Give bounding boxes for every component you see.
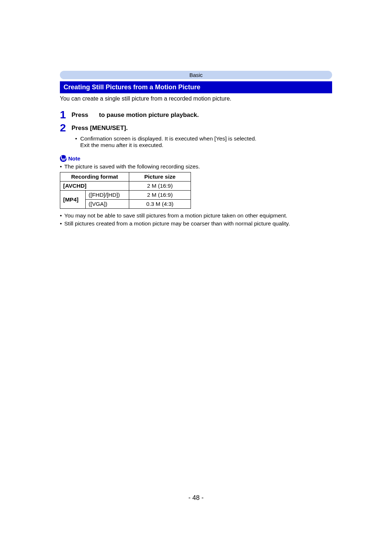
table-cell-vga: ([VGA]) [86, 200, 129, 209]
step-text-prefix: Press [72, 111, 90, 118]
step-2: 2 Press [MENU/SET]. [60, 122, 332, 133]
step-number: 2 [60, 122, 72, 133]
step-number: 1 [60, 109, 72, 120]
step-text-suffix: to pause motion picture playback. [97, 111, 199, 118]
step-2-detail: • Confirmation screen is displayed. It i… [60, 135, 332, 148]
table-cell-size: 2 M (16:9) [129, 182, 191, 191]
page-number: - 48 - [0, 494, 392, 502]
step-instruction: Press to pause motion picture playback. [72, 109, 199, 119]
table-cell-size: 2 M (16:9) [129, 191, 191, 200]
table-cell-size: 0.3 M (4:3) [129, 200, 191, 209]
note-label: Note [68, 155, 80, 162]
category-header: Basic [60, 71, 332, 79]
detail-line-1: Confirmation screen is displayed. It is … [80, 135, 256, 142]
note-text: The picture is saved with the following … [64, 163, 200, 170]
bullet-text: Still pictures created from a motion pic… [64, 220, 290, 227]
document-page: Basic Creating Still Pictures from a Mot… [0, 0, 392, 227]
after-table-bullet-1: • You may not be able to save still pict… [60, 212, 332, 219]
bullet-icon: • [60, 212, 64, 219]
bullet-icon: • [60, 220, 64, 227]
table-header-size: Picture size [129, 172, 191, 182]
bullet-text: You may not be able to save still pictur… [64, 212, 287, 219]
note-heading: Note [60, 155, 332, 162]
detail-line-2: Exit the menu after it is executed. [80, 142, 163, 148]
recording-size-table-container: Recording format Picture size [AVCHD] 2 … [60, 172, 332, 209]
table-cell-mp4: [MP4] [60, 191, 86, 209]
bullet-icon: • [75, 135, 80, 148]
intro-text: You can create a single still picture fr… [60, 95, 332, 102]
table-cell-avchd: [AVCHD] [60, 182, 129, 191]
note-line-1: • The picture is saved with the followin… [60, 163, 332, 170]
step-1: 1 Press to pause motion picture playback… [60, 109, 332, 120]
note-icon [60, 155, 67, 162]
table-cell-fhd-hd: ([FHD]/[HD]) [86, 191, 129, 200]
step-text-prefix: Press [MENU/SET]. [72, 125, 128, 131]
recording-size-table: Recording format Picture size [AVCHD] 2 … [60, 172, 191, 209]
section-title: Creating Still Pictures from a Motion Pi… [60, 81, 332, 93]
table-header-format: Recording format [60, 172, 129, 182]
step-instruction: Press [MENU/SET]. [72, 122, 128, 132]
bullet-icon: • [60, 163, 64, 170]
after-table-bullet-2: • Still pictures created from a motion p… [60, 220, 332, 227]
